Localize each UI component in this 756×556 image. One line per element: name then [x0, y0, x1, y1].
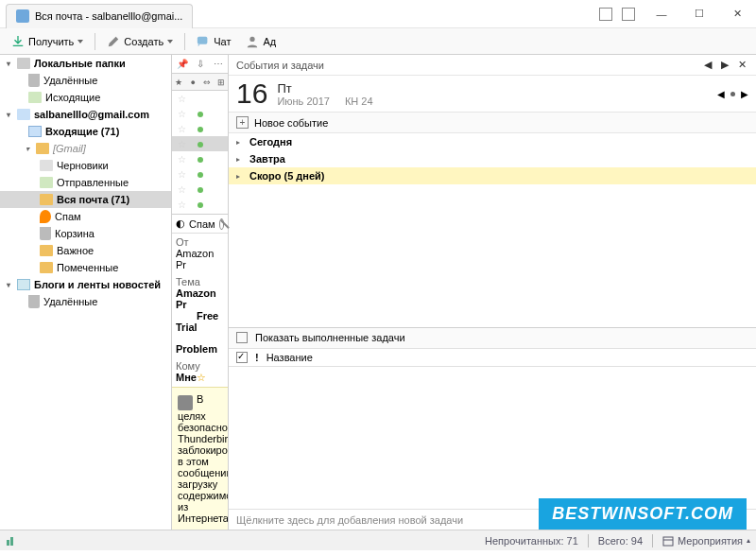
outbox-icon	[28, 92, 42, 103]
address-button[interactable]: Ад	[240, 31, 282, 52]
section-tomorrow[interactable]: ▸ Завтра	[229, 150, 756, 167]
shield-icon	[178, 395, 193, 410]
window-tab[interactable]: Вся почта - salbanelllo@gmai...	[6, 4, 193, 28]
titlebar: Вся почта - salbanelllo@gmai... — ☐ ✕	[0, 0, 756, 28]
download-icon	[11, 35, 25, 48]
title-column-header[interactable]: Название	[266, 352, 313, 363]
close-button[interactable]: ✕	[718, 1, 756, 27]
calendar-tasks-pane: События и задачи ◀ ▶ ✕ 16 Пт Июнь 2017 К…	[229, 55, 756, 530]
folder-icon	[40, 194, 53, 205]
attach-column-icon[interactable]: ⇔	[200, 78, 215, 87]
tree-blogs[interactable]: ▾ Блоги и ленты новостей	[0, 276, 171, 293]
prev-button[interactable]: ◀	[701, 59, 714, 72]
section-soon[interactable]: ▸ Скоро (5 дней)	[229, 167, 756, 184]
svg-rect-3	[10, 537, 13, 546]
tasks-list[interactable]	[229, 367, 756, 510]
titlebar-shortcuts	[599, 8, 635, 21]
tab-title: Вся почта - salbanelllo@gmai...	[35, 10, 182, 22]
calendar-small-icon	[662, 535, 674, 547]
calendar-body	[229, 184, 756, 327]
tasks-icon[interactable]	[622, 8, 635, 21]
column-picker-icon[interactable]: ⊞	[214, 78, 228, 87]
section-today[interactable]: ▸ Сегодня	[229, 133, 756, 150]
message-to: Кому Мне☆	[172, 357, 228, 387]
tree-local-deleted[interactable]: Удалённые	[0, 72, 171, 89]
chat-button[interactable]: Чат	[191, 31, 236, 52]
done-column-icon[interactable]	[236, 352, 248, 363]
tree-gmail-folder[interactable]: ▾ [Gmail]	[0, 140, 171, 157]
watermark: BESTWINSOFT.COM	[539, 498, 747, 530]
message-preview-pane: ◐ Спам От Amazon Pr Тема Amazon Pr Free …	[172, 214, 228, 530]
tasks-columns-header: ! Название	[229, 348, 756, 367]
block-icon	[219, 218, 224, 230]
folder-icon	[40, 245, 53, 256]
drafts-icon	[40, 160, 53, 171]
person-icon	[246, 35, 259, 48]
status-unread: Непрочитанных: 71	[485, 535, 578, 547]
tree-trash[interactable]: Корзина	[0, 225, 171, 242]
close-pane-button[interactable]: ✕	[735, 59, 748, 72]
message-row[interactable]: ☆	[172, 182, 228, 197]
maximize-button[interactable]: ☐	[680, 1, 718, 27]
message-subject: Тема Amazon Pr Free Trial Problem	[172, 273, 228, 357]
calendar-week-no: КН 24	[345, 96, 373, 107]
message-row[interactable]: ☆	[172, 197, 228, 212]
tree-starred[interactable]: Помеченные	[0, 259, 171, 276]
more-icon[interactable]: ⋯	[214, 59, 223, 69]
folder-icon	[17, 58, 30, 69]
chat-icon	[197, 35, 210, 48]
folder-tree: ▾ Локальные папки Удалённые Исходящие ▾ …	[0, 55, 172, 530]
tree-account[interactable]: ▾ salbanelllo@gmail.com	[0, 106, 171, 123]
svg-rect-4	[663, 537, 673, 546]
mini-prev-button[interactable]: ◀	[717, 89, 725, 99]
priority-column-icon[interactable]: !	[255, 352, 259, 363]
tree-blogs-deleted[interactable]: Удалённые	[0, 293, 171, 310]
tree-drafts[interactable]: Черновики	[0, 157, 171, 174]
message-list-toolbar: 📌 ⇩ ⋯	[172, 55, 228, 74]
show-completed-checkbox[interactable]	[236, 332, 248, 343]
mini-next-button[interactable]: ▶	[741, 89, 748, 99]
rss-icon	[17, 279, 30, 290]
activity-icon[interactable]	[6, 535, 17, 547]
plus-icon: +	[236, 116, 249, 129]
pin-icon[interactable]: 📌	[177, 59, 188, 69]
receive-button[interactable]: Получить	[6, 31, 89, 52]
tree-local-outgoing[interactable]: Исходящие	[0, 89, 171, 106]
read-column-icon[interactable]: ●	[186, 78, 200, 87]
tree-local-folders[interactable]: ▾ Локальные папки	[0, 55, 171, 72]
chevron-down-icon: ▾	[4, 110, 13, 119]
tree-sent[interactable]: Отправленные	[0, 174, 171, 191]
tree-important[interactable]: Важное	[0, 242, 171, 259]
message-row[interactable]: ☆	[172, 106, 228, 121]
next-button[interactable]: ▶	[718, 59, 731, 72]
message-row[interactable]: ☆	[172, 91, 228, 106]
chevron-down-icon: ▾	[4, 280, 13, 289]
chevron-down-icon: ▾	[23, 144, 32, 153]
svg-rect-0	[198, 36, 208, 43]
new-event-bar[interactable]: + Новое событие	[229, 113, 756, 133]
spam-button[interactable]: ◐ Спам	[172, 215, 228, 234]
minimize-button[interactable]: —	[643, 1, 680, 27]
filter-icon[interactable]: ⇩	[197, 59, 204, 69]
calendar-icon[interactable]	[599, 8, 612, 21]
today-button[interactable]	[730, 92, 735, 96]
fire-icon	[40, 210, 51, 223]
folder-icon	[40, 262, 53, 273]
tree-inbox[interactable]: Входящие (71)	[0, 123, 171, 140]
create-button[interactable]: Создать	[101, 31, 179, 52]
sent-icon	[40, 177, 53, 188]
message-row[interactable]: ☆	[172, 136, 228, 151]
calendar-weekday: Пт	[277, 81, 372, 96]
star-column-icon[interactable]: ★	[172, 78, 186, 87]
chevron-right-icon: ▸	[236, 155, 244, 164]
tree-spam[interactable]: Спам	[0, 208, 171, 225]
status-events[interactable]: Мероприятия ▴	[662, 535, 750, 547]
trash-icon	[40, 227, 51, 240]
message-row[interactable]: ☆	[172, 166, 228, 182]
message-row[interactable]: ☆	[172, 151, 228, 166]
tree-all-mail[interactable]: Вся почта (71)	[0, 191, 171, 208]
message-list[interactable]: ☆ ☆ ☆ ☆ ☆ ☆ ☆ ☆ ☆ ☆ ☆	[172, 91, 228, 214]
message-from: От Amazon Pr	[172, 234, 228, 273]
calendar-month-year: Июнь 2017	[277, 96, 330, 107]
message-row[interactable]: ☆	[172, 121, 228, 136]
